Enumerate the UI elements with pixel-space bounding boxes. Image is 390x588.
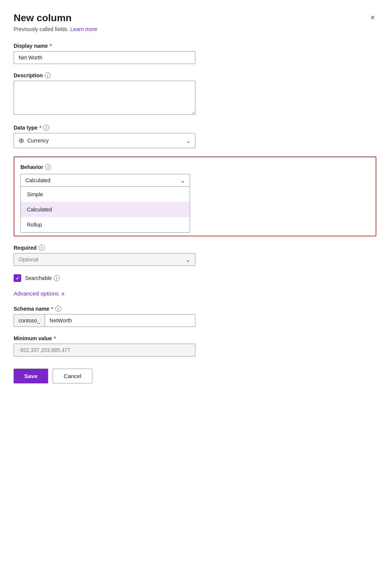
- behavior-select[interactable]: Calculated ⌄: [20, 174, 190, 187]
- schema-name-info-icon: i: [55, 306, 61, 312]
- data-type-info-icon: i: [43, 125, 49, 131]
- data-type-select-wrapper: ⊕ Currency ⌄: [14, 133, 195, 148]
- behavior-dropdown: Simple Calculated Rollup: [20, 187, 190, 233]
- currency-icon: ⊕: [19, 136, 24, 145]
- searchable-info-icon: i: [54, 275, 60, 281]
- minimum-value-label: Minimum value *: [14, 335, 376, 341]
- display-name-input[interactable]: [14, 51, 195, 64]
- data-type-label: Data type * i: [14, 125, 376, 131]
- schema-name-label: Schema name * i: [14, 306, 376, 312]
- panel-header: New column ×: [14, 12, 376, 24]
- schema-prefix: contoso_: [14, 314, 45, 327]
- data-type-value: Currency: [27, 138, 49, 144]
- behavior-label: Behavior i: [20, 164, 370, 170]
- behavior-option-rollup[interactable]: Rollup: [21, 217, 190, 232]
- required-select[interactable]: Optional ⌄: [14, 253, 195, 266]
- schema-name-input-row: contoso_: [14, 314, 195, 327]
- searchable-checkbox[interactable]: ✓: [14, 274, 21, 282]
- advanced-options-button[interactable]: Advanced options ∧: [14, 290, 65, 297]
- minimum-value-required-star: *: [54, 335, 56, 341]
- required-star: *: [50, 43, 51, 49]
- required-label: Required i: [14, 245, 376, 251]
- data-type-select[interactable]: ⊕ Currency ⌄: [14, 133, 195, 148]
- behavior-info-icon: i: [45, 164, 51, 170]
- close-button[interactable]: ×: [369, 12, 376, 23]
- advanced-options-label: Advanced options: [14, 290, 59, 297]
- schema-value-input[interactable]: [45, 314, 195, 327]
- panel-title: New column: [14, 12, 72, 24]
- required-chevron-icon: ⌄: [186, 256, 190, 263]
- button-row: Save Cancel: [14, 369, 376, 383]
- description-group: Description i: [14, 72, 376, 116]
- searchable-label: Searchable i: [25, 275, 60, 281]
- required-value: Optional: [19, 256, 38, 263]
- behavior-option-simple[interactable]: Simple: [21, 187, 190, 202]
- check-icon: ✓: [16, 275, 20, 281]
- required-info-icon: i: [39, 245, 45, 251]
- data-type-required-star: *: [39, 125, 41, 131]
- schema-name-group: Schema name * i contoso_: [14, 306, 376, 327]
- behavior-selected-value: Calculated: [25, 177, 50, 183]
- advanced-options-chevron-up-icon: ∧: [61, 291, 65, 297]
- description-input[interactable]: [14, 81, 195, 115]
- new-column-panel: New column × Previously called fields. L…: [0, 0, 390, 588]
- cancel-button[interactable]: Cancel: [53, 369, 92, 383]
- minimum-value-group: Minimum value *: [14, 335, 376, 357]
- save-button[interactable]: Save: [14, 369, 48, 383]
- data-type-group: Data type * i ⊕ Currency ⌄: [14, 125, 376, 148]
- minimum-value-input[interactable]: [14, 344, 195, 357]
- behavior-chevron-icon: ⌄: [180, 177, 185, 184]
- learn-more-link[interactable]: Learn more: [70, 26, 97, 32]
- schema-name-required-star: *: [51, 306, 53, 312]
- display-name-group: Display name *: [14, 43, 376, 64]
- behavior-section: Behavior i Calculated ⌄ Simple Calculate…: [14, 156, 376, 236]
- description-info-icon: i: [45, 72, 51, 78]
- display-name-label: Display name *: [14, 43, 376, 49]
- description-label: Description i: [14, 72, 376, 78]
- data-type-chevron-icon: ⌄: [186, 137, 191, 144]
- searchable-row: ✓ Searchable i: [14, 274, 376, 282]
- required-group: Required i Optional ⌄: [14, 245, 376, 266]
- panel-subtitle: Previously called fields. Learn more: [14, 26, 376, 32]
- behavior-option-calculated[interactable]: Calculated: [21, 202, 190, 217]
